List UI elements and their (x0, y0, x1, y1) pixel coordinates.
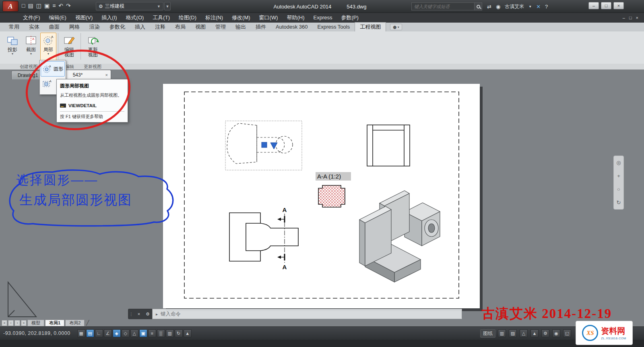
update-view-button[interactable]: 更新视图 (83, 33, 103, 61)
tab-express-tools[interactable]: Express Tools (313, 23, 355, 31)
menu-insert[interactable]: 插入(I) (97, 13, 121, 23)
tab-surface[interactable]: 曲面 (44, 23, 64, 31)
save-as-icon[interactable]: ▣ (44, 2, 50, 9)
dropdown-item-rectangular[interactable]: A (42, 79, 52, 89)
doc-close-button[interactable]: × (636, 15, 638, 20)
drawing-canvas[interactable]: A-A (1:2) A A (163, 84, 480, 308)
command-bar-grip[interactable]: ⋮ (128, 309, 134, 319)
tab-layout[interactable]: 布局 (170, 23, 190, 31)
tab-plugins[interactable]: 插件 (251, 23, 271, 31)
maximize-button[interactable]: □ (601, 2, 611, 9)
search-button[interactable] (474, 2, 482, 10)
toggle-lineweight[interactable]: ≡ (148, 329, 156, 337)
exchange-icon[interactable]: ⇄ (487, 4, 491, 10)
toggle-transparency[interactable]: ▒ (157, 329, 165, 337)
user-menu-chevron-icon[interactable]: ▼ (528, 5, 532, 8)
orbit-icon[interactable]: ↻ (617, 199, 621, 206)
close-button[interactable]: × (613, 2, 624, 9)
menu-modify[interactable]: 修改(M) (227, 13, 255, 23)
save-icon[interactable]: ◫ (36, 2, 41, 9)
file-tab-close-icon[interactable]: × (105, 73, 108, 77)
menu-window[interactable]: 窗口(W) (255, 13, 283, 23)
redo-icon[interactable]: ↷ (66, 2, 71, 9)
toggle-polar[interactable]: ∠ (104, 329, 112, 337)
menu-file[interactable]: 文件(F) (19, 13, 45, 23)
annotation-visibility-icon[interactable]: ▲ (530, 329, 539, 337)
toggle-dynamic-ucs[interactable]: △ (130, 329, 138, 337)
toggle-quick-properties[interactable]: ▥ (166, 329, 174, 337)
new-file-icon[interactable]: □ (22, 2, 25, 9)
toggle-grid[interactable]: ▤ (86, 329, 94, 337)
tab-view[interactable]: 视图 (190, 23, 211, 31)
section-view-button[interactable]: A 截面 ▾ (23, 33, 39, 61)
steering-wheel-icon[interactable]: ◎ (616, 160, 621, 166)
workspace-selector[interactable]: ⚙ 三维建模 ▼ (96, 2, 163, 10)
tab-solid[interactable]: 实体 (24, 23, 44, 31)
tab-layout1[interactable]: 布局1 (45, 320, 64, 326)
paper-model-toggle[interactable]: 图纸 (480, 329, 495, 338)
menu-parametric[interactable]: 参数(P) (337, 13, 363, 23)
projection-view-button[interactable]: 投影 ▾ (3, 33, 22, 61)
toggle-selection-cycling[interactable]: ↻ (175, 329, 183, 337)
search-input[interactable] (411, 2, 474, 10)
section-view-label[interactable]: A-A (1:2) (316, 172, 351, 181)
toggle-dynamic-input[interactable]: ▣ (139, 329, 147, 337)
first-layout-button[interactable]: « (2, 320, 7, 326)
menu-tools[interactable]: 工具(T) (148, 13, 174, 23)
toggle-annotation-monitor[interactable]: ▲ (184, 329, 192, 337)
signed-in-user[interactable]: 古滇艾米 (505, 3, 524, 10)
tab-parametric[interactable]: 参数化 (105, 23, 130, 31)
menu-express[interactable]: Express (309, 13, 337, 23)
edit-view-button[interactable]: 编辑视图 (60, 33, 78, 61)
menu-help[interactable]: 帮助(H) (283, 13, 309, 23)
grip-square[interactable] (262, 142, 267, 148)
quick-view-layouts-icon[interactable]: ▥ (498, 329, 506, 337)
section-detail-view[interactable] (318, 185, 345, 207)
menu-dimension[interactable]: 标注(N) (201, 13, 227, 23)
previous-layout-button[interactable]: ‹ (8, 320, 14, 326)
toggle-snap[interactable]: ▦ (77, 329, 85, 337)
command-bar-close-button[interactable]: × (134, 309, 143, 319)
toggle-ortho[interactable]: ∟ (95, 329, 103, 337)
tab-drawing-views[interactable]: 工程视图 (355, 22, 386, 31)
exchange-apps-icon[interactable]: ✕ (536, 4, 541, 10)
pan-icon[interactable]: + (617, 173, 620, 179)
tab-mesh[interactable]: 网格 (64, 23, 85, 31)
doc-minimize-button[interactable]: – (623, 15, 625, 20)
tab-annotate[interactable]: 注释 (150, 23, 170, 31)
tab-render[interactable]: 渲染 (85, 23, 105, 31)
tab-model[interactable]: 模型 (27, 320, 44, 326)
panel-update-view[interactable]: 更新视图 (81, 64, 104, 70)
plot-icon[interactable]: ≡ (52, 2, 56, 9)
menu-edit[interactable]: 编辑(E) (45, 13, 71, 23)
next-layout-button[interactable]: › (14, 320, 20, 326)
dropdown-item-circular[interactable]: A 圆形 (41, 61, 65, 77)
tab-output[interactable]: 输出 (231, 23, 251, 31)
tab-home[interactable]: 常用 (4, 23, 24, 31)
minimize-button[interactable]: – (588, 2, 599, 9)
zoom-icon[interactable]: ○ (617, 186, 620, 192)
tab-manage[interactable]: 管理 (211, 23, 231, 31)
toggle-osnap[interactable]: ◈ (113, 329, 121, 337)
command-input[interactable] (161, 311, 458, 317)
clean-screen-icon[interactable]: ◱ (563, 329, 571, 337)
doc-restore-button[interactable]: □ (629, 15, 632, 20)
command-bar-customize-icon[interactable]: ⚙ (143, 309, 152, 319)
menu-view[interactable]: 视图(V) (71, 13, 97, 23)
toolbar-lock-icon[interactable]: ◉ (552, 329, 560, 337)
workspace-switch-icon[interactable]: ⚙ (541, 329, 549, 337)
detail-view-button[interactable]: A 局部 ▾ (40, 33, 56, 61)
last-layout-button[interactable]: » (21, 320, 27, 326)
annotation-scale-icon[interactable]: △ (520, 329, 528, 337)
menu-draw[interactable]: 绘图(D) (174, 13, 201, 23)
tab-insert[interactable]: 插入 (130, 23, 150, 31)
toggle-osnap-3d[interactable]: ◇ (122, 329, 130, 337)
undo-icon[interactable]: ↶ (58, 2, 63, 9)
ribbon-minimize-button[interactable]: ⬤ ▾ (390, 24, 402, 30)
application-menu-button[interactable]: A (2, 1, 19, 12)
help-icon[interactable]: ? (545, 4, 548, 10)
open-file-icon[interactable]: ▤ (28, 2, 33, 9)
tab-autodesk360[interactable]: Autodesk 360 (271, 23, 313, 31)
quick-view-drawings-icon[interactable]: ▨ (509, 329, 517, 337)
menu-format[interactable]: 格式(O) (122, 13, 149, 23)
